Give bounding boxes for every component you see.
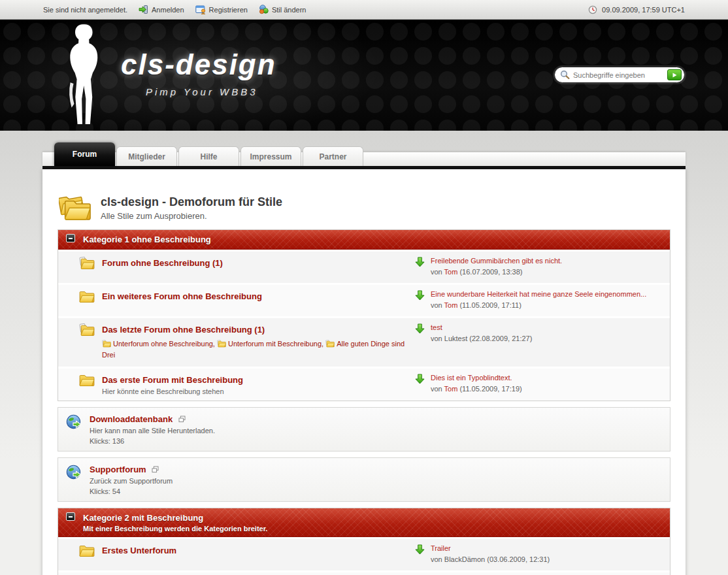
folder-icon — [325, 340, 335, 348]
search-submit-button[interactable] — [667, 69, 682, 80]
category-title: Kategorie 1 ohne Beschreibung — [83, 235, 211, 244]
page-subtitle: Alle Stile zum Ausprobieren. — [101, 211, 282, 221]
change-style-link[interactable]: Stil ändern — [259, 5, 306, 14]
forum-link[interactable]: Das letzte Forum ohne Beschreibung (1) — [102, 325, 265, 335]
clicks-count: Klicks: 54 — [90, 487, 173, 495]
last-post-arrow-icon[interactable] — [415, 323, 425, 334]
clock-icon — [588, 5, 597, 14]
folder-icon — [217, 340, 226, 348]
tab-hilfe[interactable]: Hilfe — [178, 146, 239, 166]
login-link[interactable]: Anmelden — [139, 5, 184, 14]
login-icon — [139, 5, 148, 14]
main-navigation: Forum Mitglieder Hilfe Impressum Partner — [42, 131, 686, 166]
last-post-author: BlackDämon — [444, 555, 485, 563]
forum-description: Hier könnte eine Beschreibung stehen — [102, 387, 243, 395]
forum-link[interactable]: Ein weiteres Forum ohne Beschreibung — [102, 291, 262, 301]
tab-mitglieder[interactable]: Mitglieder — [116, 146, 177, 166]
forum-row: Das erste Forum mit Beschreibung Hier kö… — [58, 369, 670, 401]
forum-link[interactable]: Erstes Unterforum — [102, 546, 176, 555]
play-icon — [671, 72, 678, 78]
last-post-meta: von Tom (11.05.2009, 17:11) — [431, 301, 646, 311]
site-logo: cls-design — [121, 48, 276, 81]
folder-icon — [79, 544, 95, 557]
external-link-icon — [152, 466, 159, 473]
forum-row: Ein weiteres Forum ohne Beschreibung Ein… — [58, 285, 670, 316]
content-area: cls-design - Demoforum für Stile Alle St… — [42, 169, 686, 575]
subforum-list: Unterforum ohne Beschreibung, Unterforum… — [102, 338, 415, 361]
external-link-icon — [178, 416, 186, 423]
search-box — [554, 67, 685, 83]
search-input[interactable] — [573, 71, 664, 79]
folder-new-icon — [79, 257, 95, 270]
last-post-link[interactable]: Dies ist ein Typoblindtext. — [431, 373, 522, 384]
last-post-arrow-icon[interactable] — [415, 374, 425, 384]
link-description: Zurück zum Supportforum — [90, 477, 173, 485]
subforum-link[interactable]: Unterforum ohne Beschreibung, — [113, 340, 215, 348]
last-post-date: (03.06.2009, 12:31) — [487, 555, 550, 563]
last-post-date: (22.08.2009, 21:27) — [469, 335, 532, 342]
site-tagline: Pimp Your WBB3 — [146, 86, 276, 97]
folder-icon — [79, 290, 95, 303]
login-status-text: Sie sind nicht angemeldet. — [43, 6, 127, 14]
link-row-support: Supportforum Zurück zum Supportforum Kli… — [58, 457, 670, 502]
category-box-1: Kategorie 1 ohne Beschreibung Forum ohne… — [58, 229, 670, 401]
style-icon — [259, 5, 269, 14]
category-header: Kategorie 2 mit Beschreibung Mit einer B… — [58, 508, 670, 537]
last-post-date: (11.05.2009, 17:11) — [459, 301, 521, 309]
last-post-meta: von BlackDämon (03.06.2009, 12:31) — [431, 555, 550, 565]
tab-forum[interactable]: Forum — [54, 142, 115, 166]
clicks-count: Klicks: 136 — [90, 437, 215, 445]
forum-row: Forum ohne Beschreibung (1) Freilebende … — [58, 252, 670, 283]
page-header: cls-design - Demoforum für Stile Alle St… — [58, 193, 670, 223]
last-post-link[interactable]: Trailer — [431, 544, 550, 554]
last-post-arrow-icon[interactable] — [415, 544, 425, 555]
forum-row: Erstes Unterforum Trailer von BlackDämon… — [58, 539, 670, 570]
folder-icon — [79, 374, 95, 387]
category-title: Kategorie 2 mit Beschreibung — [83, 513, 203, 523]
last-post-date: (16.07.2009, 13:38) — [459, 268, 522, 276]
forum-row: Das zweite Forum in der zweiten Kategori… — [58, 572, 670, 575]
silhouette-image — [64, 22, 102, 130]
last-post-author: Luktest — [444, 335, 467, 342]
last-post-arrow-icon[interactable] — [415, 257, 425, 267]
last-post-author[interactable]: Tom — [444, 268, 458, 276]
datetime-text: 09.09.2009, 17:59 UTC+1 — [602, 6, 685, 14]
topbar: Sie sind nicht angemeldet. Anmelden Regi… — [0, 0, 728, 20]
subforum-link[interactable]: Unterforum mit Beschreibung, — [228, 340, 323, 348]
last-post-meta: von Tom (16.07.2009, 13:38) — [431, 267, 562, 278]
last-post-author[interactable]: Tom — [444, 301, 458, 309]
last-post-link[interactable]: Eine wunderbare Heiterkeit hat meine gan… — [431, 289, 646, 300]
folder-icon — [102, 340, 111, 348]
last-post-arrow-icon[interactable] — [415, 290, 425, 301]
globe-icon — [66, 414, 82, 430]
site-header: cls-design Pimp Your WBB3 — [0, 20, 728, 131]
forum-link[interactable]: Das erste Forum mit Beschreibung — [102, 375, 243, 385]
page-title: cls-design - Demoforum für Stile — [101, 195, 282, 209]
collapse-icon[interactable] — [66, 512, 75, 521]
page-folder-icon — [59, 193, 91, 223]
last-post-link[interactable]: test — [431, 323, 532, 333]
last-post-date: (11.05.2009, 17:19) — [459, 385, 521, 393]
search-icon — [560, 70, 570, 80]
link-title[interactable]: Downloaddatenbank — [90, 414, 173, 424]
forum-link[interactable]: Forum ohne Beschreibung (1) — [102, 258, 223, 268]
link-row-downloads: Downloaddatenbank Hier kann man alle Sti… — [58, 407, 670, 452]
register-link[interactable]: Registrieren — [195, 5, 248, 14]
last-post-meta: von Tom (11.05.2009, 17:19) — [431, 384, 522, 395]
tab-impressum[interactable]: Impressum — [240, 146, 301, 166]
globe-icon — [66, 465, 82, 480]
folder-new-icon — [79, 323, 95, 337]
category-box-2: Kategorie 2 mit Beschreibung Mit einer B… — [58, 508, 670, 575]
last-post-author[interactable]: Tom — [444, 385, 458, 393]
link-description: Hier kann man alle Stile Herunterladen. — [90, 427, 215, 435]
tab-partner[interactable]: Partner — [303, 146, 363, 166]
last-post-meta: von Luktest (22.08.2009, 21:27) — [431, 334, 532, 344]
category-description: Mit einer Beschreibung werden die Katego… — [83, 525, 663, 533]
link-title[interactable]: Supportforum — [90, 465, 146, 474]
category-header: Kategorie 1 ohne Beschreibung — [58, 230, 670, 250]
forum-row: Das letzte Forum ohne Beschreibung (1) U… — [58, 318, 670, 367]
register-icon — [195, 5, 206, 14]
last-post-link[interactable]: Freilebende Gummibärchen gibt es nicht. — [431, 256, 562, 267]
collapse-icon[interactable] — [66, 234, 75, 242]
